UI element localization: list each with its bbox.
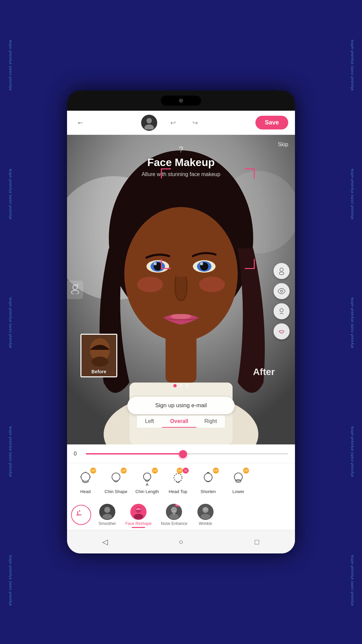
feature-lower-label: Lower bbox=[232, 489, 244, 494]
svg-point-22 bbox=[279, 272, 284, 275]
status-bar bbox=[67, 91, 295, 111]
svg-point-50 bbox=[134, 514, 143, 519]
left-face-feature-icon[interactable] bbox=[67, 280, 83, 299]
feature-chin-length[interactable]: VIP Chin Length bbox=[131, 466, 163, 497]
nav-recents-button[interactable]: □ bbox=[250, 535, 264, 549]
feature-lower-badge: VIP bbox=[243, 468, 249, 474]
feature-head-label: Head bbox=[80, 489, 90, 494]
svg-point-40 bbox=[204, 473, 212, 481]
face-detect-box bbox=[161, 168, 255, 269]
align-tabs: Left Overall Right bbox=[137, 416, 225, 428]
watermark-right: elyusuf.com| elyusuf-ultra. elyusuf.com|… bbox=[342, 0, 362, 644]
slider-row: 0 bbox=[67, 444, 295, 463]
svg-point-53 bbox=[169, 514, 179, 519]
svg-point-15 bbox=[154, 262, 157, 265]
feature-shorten-icon-wrap: VIP bbox=[199, 469, 218, 488]
svg-point-36 bbox=[143, 473, 151, 480]
category-facereshape-avatar bbox=[130, 504, 146, 520]
category-noseenhance-label: Nose Enhance bbox=[161, 521, 187, 526]
face-reshape-icon[interactable] bbox=[274, 303, 290, 319]
slider-fill bbox=[86, 453, 183, 454]
corner-bl bbox=[161, 259, 171, 269]
redo-button[interactable]: ↪ bbox=[189, 117, 201, 129]
feature-chinlen-badge: VIP bbox=[152, 468, 158, 474]
before-label: Before bbox=[92, 369, 106, 374]
tab-overall[interactable]: Overall bbox=[162, 416, 196, 428]
tab-left[interactable]: Left bbox=[137, 416, 162, 428]
svg-point-46 bbox=[104, 507, 110, 513]
corner-tr bbox=[245, 168, 255, 178]
face-smooth-icon[interactable] bbox=[274, 263, 290, 279]
image-area: ? Face Makeup Allure with stunning face … bbox=[67, 135, 295, 444]
svg-point-56 bbox=[201, 514, 210, 519]
feature-headtop-badge2: VIP bbox=[177, 468, 183, 474]
feature-head[interactable]: VIP Head bbox=[70, 466, 101, 497]
svg-point-23 bbox=[281, 290, 283, 292]
svg-point-1 bbox=[144, 124, 154, 129]
skip-button[interactable]: Skip bbox=[278, 142, 288, 148]
dot-2 bbox=[179, 384, 183, 387]
svg-point-26 bbox=[71, 290, 79, 294]
svg-point-25 bbox=[73, 285, 77, 289]
svg-point-24 bbox=[280, 309, 283, 312]
nose-new-badge: new bbox=[175, 504, 182, 506]
feature-chin-shape[interactable]: VIP Chin Shape bbox=[101, 466, 131, 497]
dot-3 bbox=[185, 384, 189, 387]
feature-shorten-badge: VIP bbox=[213, 468, 219, 474]
feature-shorten-label: Shorten bbox=[200, 489, 216, 494]
signup-button[interactable]: Sign up using e-mail bbox=[127, 397, 235, 414]
feature-headtop-badge: N bbox=[183, 468, 189, 474]
feature-head-icon-wrap: VIP bbox=[76, 469, 95, 488]
slider-value: 0 bbox=[74, 451, 80, 457]
feature-lower-icon-wrap: VIP bbox=[229, 469, 248, 488]
category-facereshape-label: Face Reshape bbox=[125, 521, 152, 526]
svg-point-20 bbox=[171, 314, 191, 319]
feature-chinlen-label: Chin Length bbox=[135, 489, 159, 494]
category-face-reshape[interactable]: Face Reshape bbox=[121, 502, 156, 528]
slider-thumb[interactable] bbox=[179, 450, 187, 458]
camera-notch bbox=[161, 96, 201, 106]
dot-1 bbox=[173, 384, 177, 387]
slider-track[interactable] bbox=[86, 453, 288, 454]
save-button[interactable]: Save bbox=[255, 116, 288, 129]
corner-tl bbox=[161, 168, 171, 178]
lips-icon[interactable] bbox=[274, 323, 290, 339]
before-thumbnail: Before bbox=[80, 334, 117, 377]
category-smoother[interactable]: Smoother bbox=[94, 502, 121, 528]
nav-home-button[interactable]: ○ bbox=[174, 535, 188, 549]
category-smoother-avatar bbox=[99, 504, 115, 520]
back-button[interactable]: ← bbox=[74, 116, 87, 129]
reset-button[interactable] bbox=[71, 505, 91, 525]
feature-head-top[interactable]: N VIP Head Top bbox=[163, 466, 193, 497]
category-wrinkle-label: Wrinkle bbox=[199, 521, 212, 526]
nav-bar: ◁ ○ □ bbox=[67, 530, 295, 553]
avatar-icon[interactable] bbox=[141, 115, 157, 131]
face-features-row: VIP Head VIP Chin Shape bbox=[67, 463, 295, 500]
feature-lower[interactable]: VIP Lower bbox=[223, 466, 253, 497]
svg-point-47 bbox=[103, 514, 112, 519]
feature-headtop-label: Head Top bbox=[169, 489, 187, 494]
eye-icon[interactable] bbox=[274, 283, 290, 299]
svg-point-21 bbox=[280, 268, 283, 271]
svg-point-39 bbox=[174, 474, 182, 482]
svg-point-10 bbox=[137, 277, 163, 292]
phone-frame: ← ↩ ↪ Save bbox=[67, 91, 295, 553]
watermark-left: elyusuf.com| elyusuf-ultra. elyusuf.com|… bbox=[0, 0, 20, 644]
feature-chinlen-icon-wrap: VIP bbox=[138, 469, 157, 488]
undo-button[interactable]: ↩ bbox=[167, 117, 179, 129]
svg-point-30 bbox=[92, 357, 108, 367]
category-nose-enhance[interactable]: new Nose Enhance bbox=[156, 502, 192, 528]
category-wrinkle[interactable]: Wrinkle bbox=[192, 502, 219, 528]
nav-back-button[interactable]: ◁ bbox=[98, 535, 112, 549]
camera-dot bbox=[179, 99, 183, 103]
pagination-dots bbox=[173, 384, 189, 387]
top-toolbar: ← ↩ ↪ Save bbox=[67, 111, 295, 135]
category-smoother-label: Smoother bbox=[99, 521, 116, 526]
tab-right[interactable]: Right bbox=[196, 416, 225, 428]
svg-point-11 bbox=[199, 277, 225, 292]
feature-shorten[interactable]: VIP Shorten bbox=[193, 466, 223, 497]
question-icon: ? bbox=[179, 145, 183, 154]
category-wrinkle-avatar bbox=[197, 504, 214, 520]
app-container: ← ↩ ↪ Save bbox=[67, 111, 295, 553]
after-label: After bbox=[253, 367, 275, 377]
